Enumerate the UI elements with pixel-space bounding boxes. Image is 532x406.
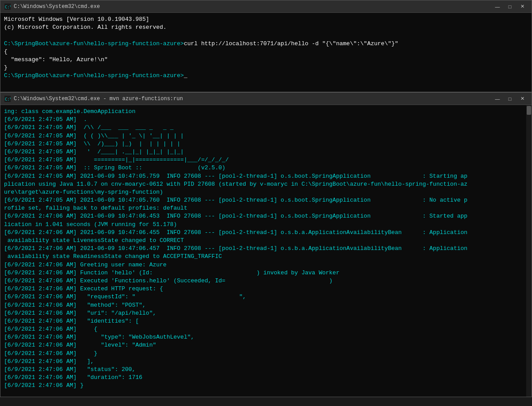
titlebar-2: C:\ C:\Windows\System32\cmd.exe - mvn az… bbox=[0, 93, 532, 105]
spring-banner-4: [6/9/2021 2:47:05 AM] ' /____| .__|_| |_… bbox=[4, 148, 184, 155]
log-arr-open: [6/9/2021 2:47:06 AM] { bbox=[4, 326, 98, 332]
svg-text:C:\: C:\ bbox=[5, 5, 11, 9]
log-liveness: [6/9/2021 2:47:06 AM] 2021-06-09 10:47:0… bbox=[4, 229, 467, 244]
titlebar-1: C:\ C:\Windows\System32\cmd.exe — □ ✕ bbox=[0, 0, 532, 13]
log-started: [6/9/2021 2:47:06 AM] 2021-06-09 10:47:0… bbox=[4, 213, 467, 227]
title-1: C:\Windows\System32\cmd.exe bbox=[14, 4, 492, 10]
log-obj-close: [6/9/2021 2:47:06 AM] } bbox=[4, 350, 98, 357]
log-greeting: [6/9/2021 2:47:06 AM] Greeting user name… bbox=[4, 262, 167, 268]
log-arr-close: [6/9/2021 2:47:06 AM] ], bbox=[4, 358, 94, 365]
cmd-icon-2: C:\ bbox=[4, 95, 11, 102]
minimize-btn-2[interactable]: — bbox=[492, 94, 503, 103]
log-http: [6/9/2021 2:47:06 AM] Executed HTTP requ… bbox=[4, 285, 163, 292]
close-btn-1[interactable]: ✕ bbox=[516, 2, 528, 11]
log-reqid: [6/9/2021 2:47:06 AM] "requestId": " ", bbox=[4, 293, 246, 300]
log-type: [6/9/2021 2:47:06 AM] "type": "WebJobsAu… bbox=[4, 334, 194, 340]
log-starting: [6/9/2021 2:47:05 AM] 2021-06-09 10:47:0… bbox=[4, 173, 467, 195]
log-status: [6/9/2021 2:47:06 AM] "status": 200, bbox=[4, 366, 135, 373]
cursor-char: _ bbox=[184, 72, 188, 79]
maximize-btn-2[interactable]: □ bbox=[504, 94, 516, 103]
terminal-content-1: Microsoft Windows [Version 10.0.19043.98… bbox=[0, 13, 532, 92]
demo-app-line: ing: class com.example.DemoApplication bbox=[4, 108, 135, 115]
maximize-btn-1[interactable]: □ bbox=[504, 2, 516, 11]
controls-1: — □ ✕ bbox=[492, 2, 528, 11]
spring-banner-1: [6/9/2021 2:47:05 AM] /\\ /___ ___ ___ _… bbox=[4, 124, 173, 131]
log-identities: [6/9/2021 2:47:06 AM] "identities": [ bbox=[4, 318, 139, 324]
log-readiness: [6/9/2021 2:47:06 AM] 2021-06-09 10:47:0… bbox=[4, 245, 467, 260]
spring-dot: [6/9/2021 2:47:05 AM] . bbox=[4, 116, 87, 123]
scrollbar-2[interactable] bbox=[526, 105, 532, 397]
spring-banner-3: [6/9/2021 2:47:05 AM] \\ /)___) |_) | | … bbox=[4, 141, 180, 147]
line-w1: Microsoft Windows [Version 10.0.19043.98… bbox=[4, 16, 167, 31]
log-no-active: [6/9/2021 2:47:05 AM] 2021-06-09 10:47:0… bbox=[4, 197, 467, 211]
log-close-brace: [6/9/2021 2:47:06 AM] } bbox=[4, 382, 83, 389]
svg-text:C:\: C:\ bbox=[5, 97, 11, 102]
log-method: [6/9/2021 2:47:06 AM] "method": "POST", bbox=[4, 302, 146, 308]
line-cmd: C:\SpringBoot\azure-fun\hello-spring-fun… bbox=[4, 40, 184, 47]
scrollbar-thumb-2[interactable] bbox=[527, 106, 531, 115]
spring-banner-5: [6/9/2021 2:47:05 AM] =========|_|======… bbox=[4, 156, 229, 163]
minimize-btn-1[interactable]: — bbox=[492, 2, 503, 11]
close-btn-2[interactable]: ✕ bbox=[516, 94, 528, 103]
spring-banner-2: [6/9/2021 2:47:05 AM] ( ( )\\___ | '_ \|… bbox=[4, 133, 184, 139]
log-level: [6/9/2021 2:47:06 AM] "level": "Admin" bbox=[4, 342, 156, 348]
log-invoked: [6/9/2021 2:47:06 AM] Function 'hello' (… bbox=[4, 269, 340, 276]
log-uri: [6/9/2021 2:47:06 AM] "uri": "/api/hello… bbox=[4, 310, 156, 316]
spring-boot-ver: [6/9/2021 2:47:05 AM] :: Spring Boot :: … bbox=[4, 164, 225, 171]
log-executed: [6/9/2021 2:47:06 AM] Executed 'Function… bbox=[4, 277, 332, 284]
line-curl: curl http://localhost:7071/api/hello -d … bbox=[184, 40, 399, 47]
window-1: C:\ C:\Windows\System32\cmd.exe — □ ✕ Mi… bbox=[0, 0, 532, 92]
cmd-icon-1: C:\ bbox=[4, 3, 11, 10]
line-brace-open: { "message": "Hello, Azure!\n" } bbox=[4, 48, 108, 71]
window-2: C:\ C:\Windows\System32\cmd.exe - mvn az… bbox=[0, 92, 532, 397]
line-prompt: C:\SpringBoot\azure-fun\hello-spring-fun… bbox=[4, 72, 184, 79]
controls-2: — □ ✕ bbox=[492, 94, 528, 103]
log-duration: [6/9/2021 2:47:06 AM] "duration": 1716 bbox=[4, 374, 142, 381]
terminal-content-2: ing: class com.example.DemoApplication [… bbox=[0, 105, 526, 397]
title-2: C:\Windows\System32\cmd.exe - mvn azure-… bbox=[14, 96, 492, 102]
